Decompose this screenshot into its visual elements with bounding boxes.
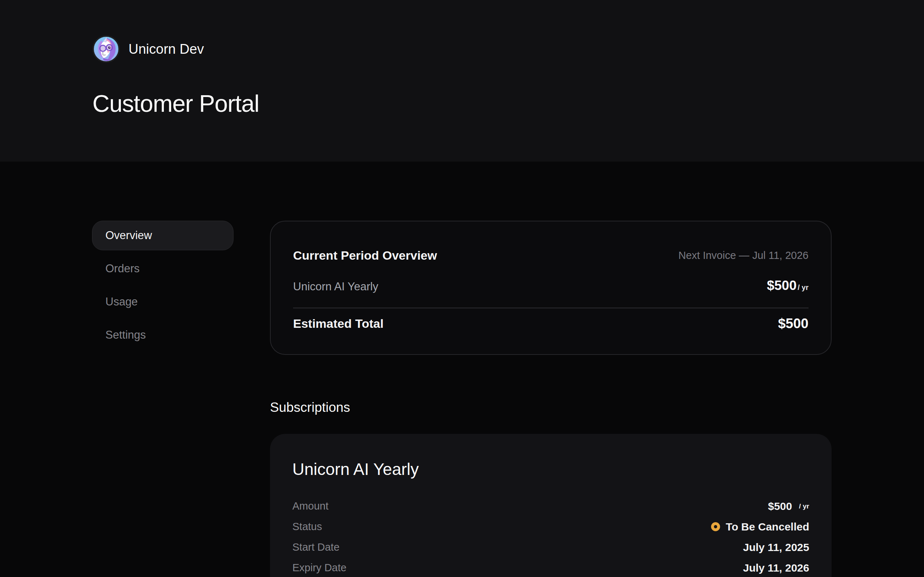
line-item-row: Unicorn AI Yearly $500 / yr <box>293 277 809 296</box>
status-warning-ring-icon <box>711 522 720 531</box>
estimated-total-label: Estimated Total <box>293 315 384 332</box>
subscription-row-start-date: Start Date July 11, 2025 <box>292 537 809 558</box>
subscription-row-expiry-date: Expiry Date July 11, 2026 <box>292 558 809 577</box>
card-divider <box>293 308 809 308</box>
content-column: Current Period Overview Next Invoice — J… <box>270 221 832 577</box>
row-value: To Be Cancelled <box>711 521 809 533</box>
row-value: July 11, 2025 <box>743 541 809 554</box>
price-period: / yr <box>798 279 809 296</box>
sidebar-item-settings[interactable]: Settings <box>92 320 234 350</box>
row-value: $500/ yr <box>768 500 809 513</box>
amount-value: $500 <box>768 500 792 513</box>
line-item-price: $500 / yr <box>767 277 809 296</box>
estimated-total-row: Estimated Total $500 <box>293 315 809 332</box>
sidebar-item-orders[interactable]: Orders <box>92 254 234 284</box>
subscription-detail-rows: Amount $500/ yr Status To Be Cancelled <box>292 496 809 577</box>
price-amount: $500 <box>767 277 796 294</box>
line-item-name: Unicorn AI Yearly <box>293 278 378 295</box>
subscriptions-heading: Subscriptions <box>270 399 832 416</box>
header: Unicorn Dev Customer Portal <box>0 0 924 161</box>
subscription-row-amount: Amount $500/ yr <box>292 496 809 516</box>
sidebar-item-label: Overview <box>105 229 152 242</box>
amount-period: / yr <box>799 502 809 510</box>
sidebar-item-usage[interactable]: Usage <box>92 287 234 317</box>
main-area: Overview Orders Usage Settings Current P… <box>0 161 924 577</box>
unicorn-avatar-icon <box>92 35 120 63</box>
account-name: Unicorn Dev <box>129 42 204 57</box>
estimated-total-value: $500 <box>778 315 809 332</box>
status-badge: To Be Cancelled <box>726 521 809 533</box>
sidebar-nav: Overview Orders Usage Settings <box>92 221 234 577</box>
sidebar-item-overview[interactable]: Overview <box>92 221 234 250</box>
subscription-title: Unicorn AI Yearly <box>292 458 809 480</box>
subscription-row-status: Status To Be Cancelled <box>292 516 809 537</box>
row-value: July 11, 2026 <box>743 562 809 574</box>
sidebar-item-label: Usage <box>105 295 138 308</box>
account-row: Unicorn Dev <box>92 0 924 63</box>
row-label: Status <box>292 521 322 533</box>
subscription-card: Unicorn AI Yearly Amount $500/ yr Status… <box>270 434 832 577</box>
sidebar-item-label: Orders <box>105 262 140 275</box>
current-period-card-header: Current Period Overview Next Invoice — J… <box>293 247 809 264</box>
page-title: Customer Portal <box>92 63 924 116</box>
current-period-card: Current Period Overview Next Invoice — J… <box>270 221 832 355</box>
row-label: Amount <box>292 500 328 512</box>
customer-portal-app: Unicorn Dev Customer Portal Overview Ord… <box>0 0 924 577</box>
sidebar-item-label: Settings <box>105 329 146 342</box>
row-label: Expiry Date <box>292 562 347 574</box>
next-invoice-label: Next Invoice — Jul 11, 2026 <box>678 247 809 264</box>
row-label: Start Date <box>292 541 340 553</box>
current-period-title: Current Period Overview <box>293 247 437 264</box>
